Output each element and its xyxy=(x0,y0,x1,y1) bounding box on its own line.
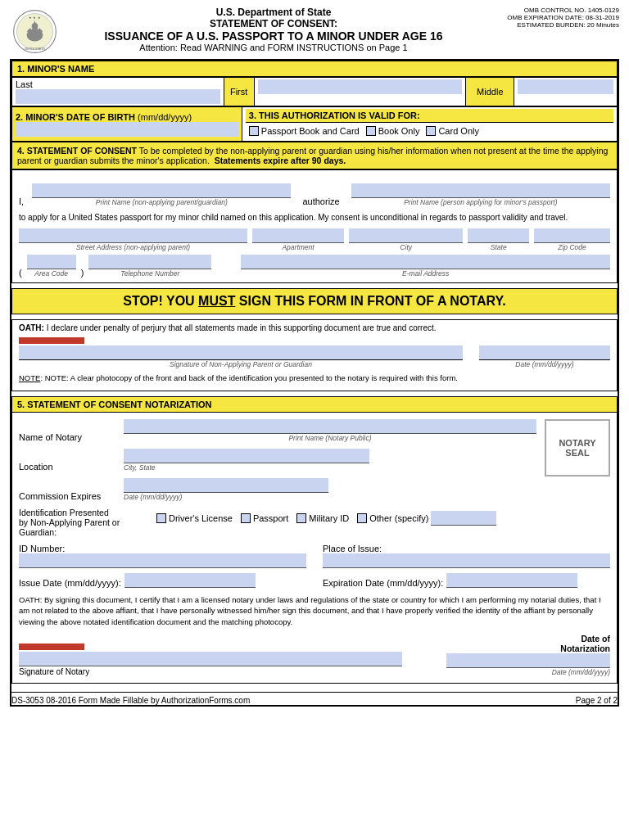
section5-header: 5. STATEMENT OF CONSENT NOTARIZATION xyxy=(11,396,618,413)
middle-name-input[interactable] xyxy=(518,79,613,94)
id-number-group: ID Number: xyxy=(19,544,306,568)
section2-label: 2. MINOR'S DATE OF BIRTH xyxy=(16,112,135,122)
apartment-input[interactable] xyxy=(252,228,344,243)
non-applying-name-input[interactable] xyxy=(32,183,291,198)
id-presented-label: Identification Presented by Non-Applying… xyxy=(19,508,150,537)
notary-signature-input[interactable] xyxy=(19,652,402,666)
section4-expire: Statements expire after 90 days. xyxy=(215,156,346,165)
name-of-notary-label: Name of Notary xyxy=(19,432,117,442)
stop-text2: SIGN THIS FORM IN FRONT OF A NOTARY. xyxy=(235,294,505,308)
place-of-issue-group: Place of Issue: xyxy=(323,544,610,568)
notary-seal-text: NOTARY SEAL xyxy=(559,438,595,458)
email-label: E-mail Address xyxy=(241,269,610,278)
notary-signature-label: Signature of Notary xyxy=(19,667,402,676)
date-label: Date (mm/dd/yyyy) xyxy=(479,360,610,368)
section5-body: NOTARY SEAL Name of Notary Print Name (N… xyxy=(11,413,618,684)
phone-row: ( Area Code ) Telephone Number E-mail Ad… xyxy=(19,255,610,278)
other-specify-input[interactable] xyxy=(431,511,496,526)
dob-input[interactable] xyxy=(16,122,238,137)
sign-row: Signature of Non-Applying Parent or Guar… xyxy=(19,337,610,368)
id-number-input[interactable] xyxy=(19,553,306,568)
id-presented-text: Identification Presented by Non-Applying… xyxy=(19,508,120,537)
address-row: Street Address (non-applying parent) Apa… xyxy=(19,228,610,251)
city-input[interactable] xyxy=(349,228,464,243)
oath-text: OATH: I declare under penalty of perjury… xyxy=(19,323,610,332)
telephone-label: Telephone Number xyxy=(88,269,211,278)
last-label: Last xyxy=(16,79,33,89)
issue-date-label: Issue Date (mm/dd/yyyy): xyxy=(19,578,121,588)
checkbox-other-id[interactable] xyxy=(357,513,367,523)
zip-input[interactable] xyxy=(534,228,610,243)
commission-group: Date (mm/dd/yyyy) xyxy=(124,478,610,501)
military-id-label: Military ID xyxy=(309,513,349,523)
street-address-input[interactable] xyxy=(19,228,247,243)
area-code-input[interactable] xyxy=(27,255,76,269)
page-number: Page 2 of 2 xyxy=(576,696,618,705)
svg-point-6 xyxy=(31,23,38,29)
signature-bar xyxy=(19,337,84,344)
omb-control: OMB CONTROL NO. 1405-0129 xyxy=(488,7,619,14)
id-number-label: ID Number: xyxy=(19,544,306,553)
place-of-issue-input[interactable] xyxy=(323,553,610,568)
other-id-item: Other (specify) xyxy=(357,511,496,526)
checkbox-drivers-license[interactable] xyxy=(156,513,166,523)
section4-body: I, Print Name (non-applying parent/guard… xyxy=(11,169,618,283)
military-id-item: Military ID xyxy=(296,513,349,523)
passport-id-item: Passport xyxy=(241,513,288,523)
notarization-date-input[interactable] xyxy=(446,653,610,668)
drivers-license-item: Driver's License xyxy=(156,513,233,523)
signature-input[interactable] xyxy=(19,345,463,360)
checkbox-book-only[interactable] xyxy=(366,126,376,136)
omb-info: OMB CONTROL NO. 1405-0129 OMB EXPIRATION… xyxy=(488,7,619,29)
notary-name-input[interactable] xyxy=(124,419,536,434)
svg-text:★ ★ ★: ★ ★ ★ xyxy=(29,16,40,20)
checkbox-passport-id[interactable] xyxy=(241,513,251,523)
notary-signature-group: Signature of Notary xyxy=(19,644,402,676)
commission-label: Commission Expires xyxy=(19,491,117,501)
last-name-input[interactable] xyxy=(16,89,220,104)
book-card-label: Passport Book and Card xyxy=(261,126,360,136)
checkbox-card-only[interactable] xyxy=(426,126,436,136)
sign-date-input[interactable] xyxy=(479,345,610,360)
state-input[interactable] xyxy=(468,228,528,243)
date-of-notarization-label: Date of Notarization xyxy=(560,634,610,653)
date-of-notarization-group: Date of Notarization Date (mm/dd/yyyy) xyxy=(419,634,610,676)
checkbox-military-id[interactable] xyxy=(296,513,306,523)
id-presented-section: Identification Presented by Non-Applying… xyxy=(19,508,610,537)
page-footer: DS-3053 08-2016 Form Made Fillable by Au… xyxy=(11,692,618,705)
id-number-row: ID Number: Place of Issue: xyxy=(19,544,610,568)
notary-location-group: City, State xyxy=(124,449,536,472)
dept-name: U.S. Department of State xyxy=(67,7,480,18)
notary-location-input[interactable] xyxy=(124,449,369,463)
checkbox-book-card[interactable] xyxy=(249,126,259,136)
authorize-row: I, Print Name (non-applying parent/guard… xyxy=(19,183,610,206)
notary-name-row: Name of Notary Print Name (Notary Public… xyxy=(19,419,536,442)
telephone-input[interactable] xyxy=(88,255,211,269)
omb-expiration: OMB EXPIRATION DATE: 08-31-2019 xyxy=(488,14,619,21)
middle-label: Middle xyxy=(477,87,503,97)
expiration-date-input[interactable] xyxy=(446,573,577,588)
applying-name-input[interactable] xyxy=(351,183,610,198)
section4-header: 4. STATEMENT OF CONSENT To be completed … xyxy=(11,142,618,169)
email-input[interactable] xyxy=(241,255,610,269)
issue-date-input[interactable] xyxy=(124,573,256,588)
omb-burden: ESTIMATED BURDEN: 20 Minutes xyxy=(488,21,619,29)
card-only-label: Card Only xyxy=(438,126,479,136)
stop-text: STOP! YOU xyxy=(123,294,198,308)
oath-declaration: I declare under penalty of perjury that … xyxy=(47,323,437,332)
seal-logo: ★ ★ ★ UNITED STATES xyxy=(10,7,59,56)
section3-label: 3. THIS AUTHORIZATION IS VALID FOR: xyxy=(249,111,420,120)
notary-name-group: Print Name (Notary Public) xyxy=(124,419,536,442)
note-content: NOTE: A clear photocopy of the front and… xyxy=(45,373,458,382)
street-label: Street Address (non-applying parent) xyxy=(19,243,247,251)
location-label: Location xyxy=(19,462,117,472)
commission-date-input[interactable] xyxy=(124,478,328,493)
apply-text: to apply for a United States passport fo… xyxy=(19,213,610,222)
expiration-date-group: Expiration Date (mm/dd/yyyy): xyxy=(323,573,610,588)
paren-close: ) xyxy=(81,268,84,278)
notary-sign-bar xyxy=(19,644,84,650)
first-name-input[interactable] xyxy=(258,79,463,94)
authorize-label: authorize xyxy=(302,196,339,206)
print-name-2-label: Print Name (person applying for minor's … xyxy=(351,198,610,206)
section4-label: 4. STATEMENT OF CONSENT xyxy=(17,146,137,156)
